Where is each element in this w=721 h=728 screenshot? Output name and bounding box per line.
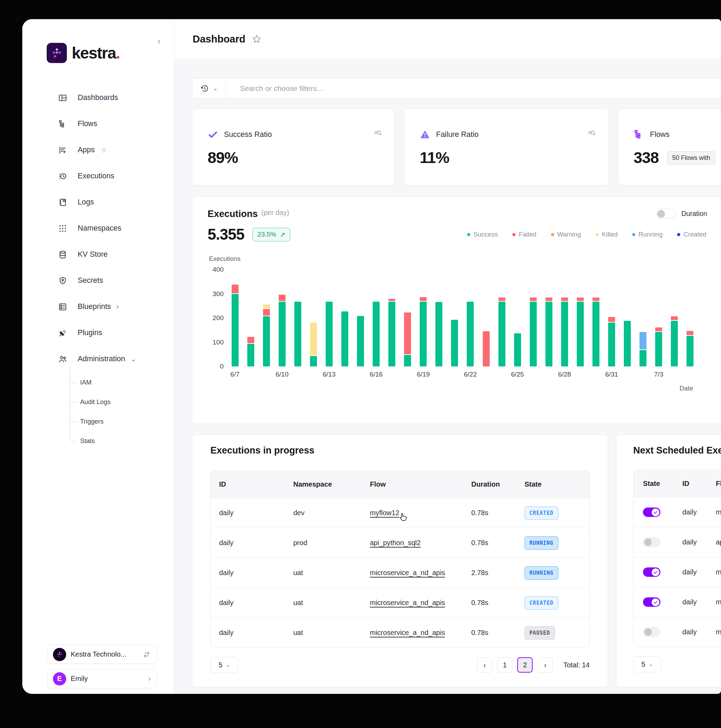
sidebar-item-administration[interactable]: Administration⌄ <box>22 346 174 372</box>
favorite-star-icon[interactable] <box>252 34 262 44</box>
sidebar-item-secrets[interactable]: Secrets <box>22 268 174 294</box>
sidebar-item-namespaces[interactable]: Namespaces <box>22 215 174 242</box>
legend-item-killed[interactable]: Killed <box>596 231 617 238</box>
sidebar-item-dashboards[interactable]: Dashboards <box>22 85 174 111</box>
bar-7/1[interactable] <box>620 269 635 366</box>
bar-6/11[interactable] <box>290 269 306 366</box>
bar-6/25[interactable] <box>510 269 525 366</box>
next-scheduled-panel: Next Scheduled Executions StateIDFlow da… <box>616 434 721 687</box>
administration-icon <box>58 355 67 364</box>
x-tick-label: 6/19 <box>415 371 431 378</box>
bar-6/23[interactable] <box>478 269 494 366</box>
bar-6/17[interactable] <box>384 269 400 366</box>
sidebar-subitem-audit-logs[interactable]: Audit Logs <box>70 392 174 412</box>
bar-7/4[interactable] <box>667 269 682 366</box>
schedule-toggle[interactable] <box>643 567 660 577</box>
flow-link[interactable]: api_python_sql2 <box>370 539 421 547</box>
bar-6/30[interactable] <box>588 269 603 366</box>
filter-history-dropdown[interactable]: ⌄ <box>192 78 226 99</box>
legend-item-created[interactable]: Created <box>677 231 706 238</box>
filter-search-icon[interactable] <box>373 128 382 139</box>
schedule-toggle[interactable] <box>643 508 660 517</box>
sidebar-item-kv-store[interactable]: KV Store <box>22 242 174 268</box>
sidebar-collapse-icon[interactable]: ‹ <box>157 36 160 47</box>
bar-segment-success <box>263 316 270 366</box>
bar-7/5[interactable] <box>682 269 698 366</box>
bar-6/18[interactable] <box>400 269 415 366</box>
flow-link[interactable]: microservice_a_nd_apis <box>370 599 445 607</box>
bar-6/24[interactable] <box>494 269 510 366</box>
bar-plot <box>227 269 707 366</box>
table-row: dailymicroservice <box>634 557 721 587</box>
bar-6/10[interactable] <box>274 269 290 366</box>
sidebar-item-flows[interactable]: Flows <box>22 111 174 137</box>
legend-item-warning[interactable]: Warning <box>551 231 581 238</box>
legend-item-failed[interactable]: Failed <box>512 231 536 238</box>
bar-6/8[interactable] <box>243 269 258 366</box>
sidebar-item-executions[interactable]: Executions <box>22 163 174 189</box>
sidebar-subitem-stats[interactable]: Stats <box>70 431 174 451</box>
bar-7/2[interactable] <box>635 269 651 366</box>
next-page-button[interactable]: › <box>538 657 553 673</box>
sidebar-item-blueprints[interactable]: Blueprints› <box>22 294 174 320</box>
duration-toggle[interactable] <box>656 209 676 219</box>
schedule-toggle[interactable] <box>643 537 660 547</box>
page-size-select[interactable]: 5⌄ <box>633 656 661 672</box>
sidebar-item-label: Namespaces <box>78 224 121 233</box>
bar-segment-failed <box>608 317 615 322</box>
cell-id: daily <box>219 569 234 577</box>
bar-6/20[interactable] <box>431 269 447 366</box>
bar-6/26[interactable] <box>525 269 541 366</box>
bar-segment-success <box>498 302 506 366</box>
legend-item-success[interactable]: Success <box>467 231 498 238</box>
prev-page-button[interactable]: ‹ <box>477 657 492 673</box>
bar-6/27[interactable] <box>541 269 557 366</box>
sidebar-item-plugins[interactable]: Plugins <box>22 320 174 346</box>
secrets-icon <box>58 276 67 285</box>
bar-6/14[interactable] <box>337 269 353 366</box>
sidebar-item-apps[interactable]: Apps <box>22 137 174 163</box>
bar-6/31[interactable] <box>604 269 620 366</box>
legend-item-running[interactable]: Running <box>632 231 663 238</box>
bar-6/21[interactable] <box>447 269 463 366</box>
bar-6/28[interactable] <box>557 269 572 366</box>
sidebar-item-logs[interactable]: Logs <box>22 189 174 215</box>
page-button-2[interactable]: 2 <box>517 657 533 673</box>
search-input[interactable]: Search or choose filters... <box>226 84 721 93</box>
user-menu[interactable]: E Emily › <box>47 669 157 688</box>
bar-6/15[interactable] <box>353 269 368 366</box>
sidebar-item-label: Flows <box>78 119 97 128</box>
bar-6/9[interactable] <box>258 269 274 366</box>
flow-link[interactable]: microservice_a_nd_apis <box>370 629 445 637</box>
bar-segment-success <box>671 321 678 366</box>
schedule-toggle[interactable] <box>643 627 660 637</box>
logo[interactable]: kestra. <box>22 19 174 63</box>
filter-search-icon[interactable] <box>587 128 596 139</box>
bar-segment-success <box>420 302 427 366</box>
logo-text: kestra. <box>72 44 120 62</box>
page-size-select[interactable]: 5⌄ <box>210 657 238 673</box>
chevron-down-icon: ⌄ <box>213 85 218 92</box>
schedule-toggle[interactable] <box>643 597 660 607</box>
bar-6/16[interactable] <box>368 269 384 366</box>
sidebar-subitem-triggers[interactable]: Triggers <box>70 412 174 431</box>
bar-6/7[interactable] <box>227 269 243 366</box>
warning-triangle-icon <box>420 129 430 140</box>
page-button-1[interactable]: 1 <box>497 657 512 673</box>
sidebar-subitem-iam[interactable]: IAM <box>70 373 174 392</box>
bar-6/12[interactable] <box>306 269 321 366</box>
bar-7/3[interactable] <box>651 269 667 366</box>
plugins-icon <box>58 329 67 338</box>
bar-6/22[interactable] <box>463 269 478 366</box>
org-switcher[interactable]: Kestra Technolo... <box>47 645 157 664</box>
bar-6/13[interactable] <box>321 269 337 366</box>
bar-6/29[interactable] <box>572 269 588 366</box>
chevron-right-icon: › <box>117 303 119 310</box>
bar-6/19[interactable] <box>415 269 431 366</box>
switch-org-icon[interactable] <box>142 650 151 659</box>
bar-segment-success <box>686 336 694 366</box>
flow-link[interactable]: myflow12 <box>370 509 399 517</box>
flow-link[interactable]: microservice_a_nd_apis <box>370 569 445 577</box>
executions-total: 5.355 <box>208 226 244 243</box>
status-badge: RUNNING <box>525 537 558 550</box>
